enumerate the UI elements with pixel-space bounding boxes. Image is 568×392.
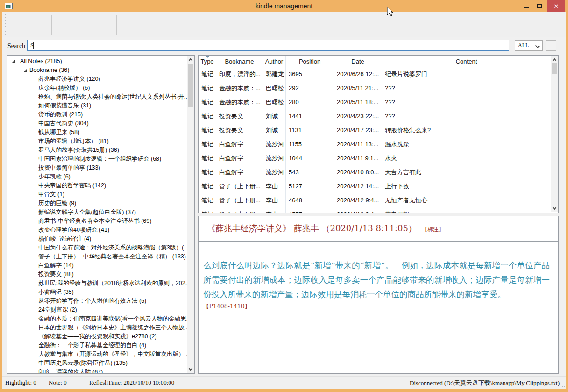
- scroll-up-icon[interactable]: [551, 56, 558, 63]
- table-row[interactable]: 笔记白鱼解字流沙河5432020/4/10 8:0...天台方言有此: [199, 165, 551, 179]
- window-frame-right: [566, 12, 568, 392]
- maximize-button[interactable]: [532, 0, 546, 12]
- tree-item-book[interactable]: 少年凯歌 (6): [7, 172, 187, 181]
- cell-type: 笔记: [199, 193, 216, 207]
- status-note-count: Note: 0: [49, 379, 67, 386]
- tree-item-book[interactable]: 《解读基金——我的投资观和实践》e2780 (2): [7, 332, 187, 341]
- column-header-position[interactable]: Position: [286, 56, 334, 67]
- table-row[interactable]: 笔记管子（上下册...李山45772020/4/12 9:4...黄老思想: [199, 207, 551, 213]
- search-side-button[interactable]: [546, 40, 556, 51]
- tree-item-book[interactable]: 管子（上下册）--中华经典名著全本全注全译（精） (133): [7, 252, 187, 261]
- cell-type: 笔记: [199, 95, 216, 109]
- sort-descending-icon: [206, 56, 209, 58]
- tree-item-book[interactable]: 金融的本质：伯南克四讲美联储(看一个风云人物的金融思...: [7, 314, 187, 323]
- tree-item-label: 新编说文解字大全集(超值白金版) (37): [38, 209, 136, 215]
- column-header-date[interactable]: Date: [334, 56, 382, 67]
- column-header-bookname[interactable]: Bookname: [216, 56, 263, 67]
- cell-date: 2020/4/17 23:...: [334, 123, 382, 137]
- table-row[interactable]: 笔记金融的本质：...巴曙松2802020/5/11 18:...???: [199, 95, 551, 109]
- scroll-down-icon[interactable]: [551, 205, 558, 212]
- mouse-cursor: [387, 7, 394, 18]
- table-scrollbar[interactable]: [551, 56, 558, 212]
- tree-scrollbar[interactable]: [187, 56, 194, 373]
- cell-bookname: 投资要义: [216, 123, 263, 137]
- tree-item-label: 货币的教训 (215): [38, 111, 83, 118]
- table-scrollbar-thumb[interactable]: [552, 63, 557, 74]
- scroll-down-icon[interactable]: [187, 366, 194, 373]
- cell-author: 李山: [263, 179, 286, 193]
- tree-item-book[interactable]: 商君书-中华经典名著全本全注全译丛书 (69): [7, 217, 187, 226]
- table-row[interactable]: 笔记投资要义刘诚11312020/4/17 23:...转股价格怎么来?: [199, 123, 551, 137]
- resize-grip[interactable]: [561, 384, 565, 387]
- close-button[interactable]: ✕: [547, 0, 565, 12]
- tree-item-book[interactable]: 中央帝国的哲学密码 (142): [7, 181, 187, 190]
- tree-item-book[interactable]: 薛兆丰经济学讲义 (120): [7, 75, 187, 84]
- tree-item-label: 少年凯歌 (6): [38, 173, 71, 180]
- tree-item-label: 中国历史风云录(陈舜臣作品) (135): [38, 360, 128, 366]
- scroll-up-icon[interactable]: [187, 56, 194, 63]
- tree-item-label: 改变心理学的40项研究 (41): [38, 227, 109, 233]
- tree-item-book[interactable]: 小窗幽记 (35): [7, 288, 187, 297]
- tree-item-label: 如何假装懂音乐 (31): [38, 102, 91, 109]
- cell-position: 1441: [286, 109, 334, 123]
- tree-item-all-notes[interactable]: All Notes (2185): [7, 57, 187, 66]
- tree-item-book[interactable]: 如何假装懂音乐 (31): [7, 101, 187, 110]
- tree-item-book[interactable]: 罗马人的故事(套装共15册) (36): [7, 146, 187, 155]
- column-header-type[interactable]: Type: [199, 56, 216, 67]
- cell-author: 巴曙松: [263, 81, 286, 95]
- tree-expand-icon[interactable]: [12, 60, 15, 63]
- tree-item-book[interactable]: 投资中最简单的事 (133): [7, 164, 187, 172]
- tree-item-book[interactable]: 甲骨文 (1): [7, 190, 187, 199]
- chevron-down-icon: [535, 44, 540, 48]
- maximize-icon: [537, 4, 542, 8]
- toolbar-grip-icon[interactable]: [5, 14, 7, 35]
- cell-content: 水火: [382, 151, 551, 165]
- column-header-content[interactable]: Content: [382, 56, 551, 67]
- table-row[interactable]: 笔记白鱼解字流沙河11552020/4/11 13:...温水洗澡: [199, 137, 551, 151]
- tree-item-book[interactable]: 苏世民:我的经验与教训（2018读桥水达利欧的原则，202...: [7, 279, 187, 288]
- table-row[interactable]: 笔记管子（上下册...李山46482020/4/12 9:4...无恒产者无恒心: [199, 193, 551, 207]
- scope-dropdown[interactable]: ALL: [515, 40, 543, 51]
- book-tree: All Notes (2185) Bookname (36) 薛兆丰经济学讲义 …: [7, 57, 187, 374]
- statusbar: Hightlight: 0 Note: 0 RefleshTime: 2020/…: [2, 376, 566, 389]
- cell-date: 2020/4/23 22:...: [334, 109, 382, 123]
- tree-item-book[interactable]: 历史的巨镜 (9): [7, 199, 187, 208]
- table-row[interactable]: 笔记管子（上下册...李山51272020/4/12 14:...上行下效: [199, 179, 551, 193]
- table-row[interactable]: 笔记金融的本质：...巴曙松2922020/5/11 21:...???: [199, 81, 551, 95]
- tree-item-book[interactable]: 白鱼解字 (14): [7, 261, 187, 270]
- tree-item-book[interactable]: 中国国家治理的制度逻辑：一个组织学研究 (68): [7, 155, 187, 164]
- tree-item-book[interactable]: 从零开始学写作：个人增值的有效方法 (6): [7, 297, 187, 306]
- tree-item-book[interactable]: 中国历史风云录(陈舜臣作品) (135): [7, 359, 187, 368]
- cell-position: 4577: [286, 207, 334, 213]
- tree-item-book[interactable]: 投资要义 (88): [7, 270, 187, 279]
- tree-item-label: 中国为什么有前途：对外经济关系的战略潜能（第3版）(...: [38, 244, 187, 251]
- tree-scrollbar-thumb[interactable]: [188, 64, 193, 107]
- tree-item-bookname[interactable]: Bookname (36): [7, 66, 187, 75]
- tree-item-book[interactable]: 24堂财富课 (2): [7, 306, 187, 314]
- note-detail-panel: 《薛兆丰经济学讲义》 薛兆丰 （2020/1/13 8:11:05） 【标注】 …: [198, 216, 559, 374]
- tree-item-book[interactable]: 市场的逻辑（增订本） (81): [7, 137, 187, 146]
- tree-item-book[interactable]: 新编说文解字大全集(超值白金版) (37): [7, 208, 187, 217]
- search-input[interactable]: [27, 40, 509, 51]
- tree-item-book[interactable]: 钱从哪里来 (58): [7, 128, 187, 137]
- tree-item-book[interactable]: 杨伯峻_论语译注 (4): [7, 235, 187, 243]
- table-row[interactable]: 笔记印度，漂浮的...郭建龙36952020/6/26 12:...纪录片说婆罗…: [199, 67, 551, 81]
- column-header-author[interactable]: Author: [263, 56, 286, 67]
- tree-item-label: All Notes (2185): [20, 58, 62, 64]
- tree-item-book[interactable]: 庆余年(精校版） (6): [7, 84, 187, 93]
- tree-item-book[interactable]: 改变心理学的40项研究 (41): [7, 226, 187, 235]
- cell-position: 1044: [286, 151, 334, 165]
- tree-item-label: Bookname (36): [29, 67, 69, 73]
- tree-item-book[interactable]: 货币的教训 (215): [7, 110, 187, 119]
- tree-item-book[interactable]: 中国为什么有前途：对外经济关系的战略潜能（第3版）(...: [7, 243, 187, 252]
- tree-item-book[interactable]: 枪炮、病菌与钢铁:人类社会的命运(世纪人文系列丛书·开...: [7, 93, 187, 101]
- tree-expand-icon[interactable]: [24, 69, 27, 72]
- tree-item-book[interactable]: 大教堂与集市（开源运动的《圣经》，中文版首次出版） ...: [7, 350, 187, 359]
- table-row[interactable]: 笔记投资要义刘诚14412020/4/23 22:...???: [199, 109, 551, 123]
- tree-item-book[interactable]: 金融街：一个影子私募基金经理的自白 (4): [7, 341, 187, 350]
- table-row[interactable]: 笔记白鱼解字流沙河10442020/4/11 9:1...水火: [199, 151, 551, 165]
- minimize-button[interactable]: [519, 0, 532, 12]
- tree-item-book[interactable]: 日本的世界观（《剑桥日本史》主编凝练之作三个人物故...: [7, 323, 187, 332]
- tree-item-book[interactable]: 中国古代简史 (304): [7, 119, 187, 128]
- tree-item-book[interactable]: 印度，漂浮的次大陆 (67): [7, 368, 187, 374]
